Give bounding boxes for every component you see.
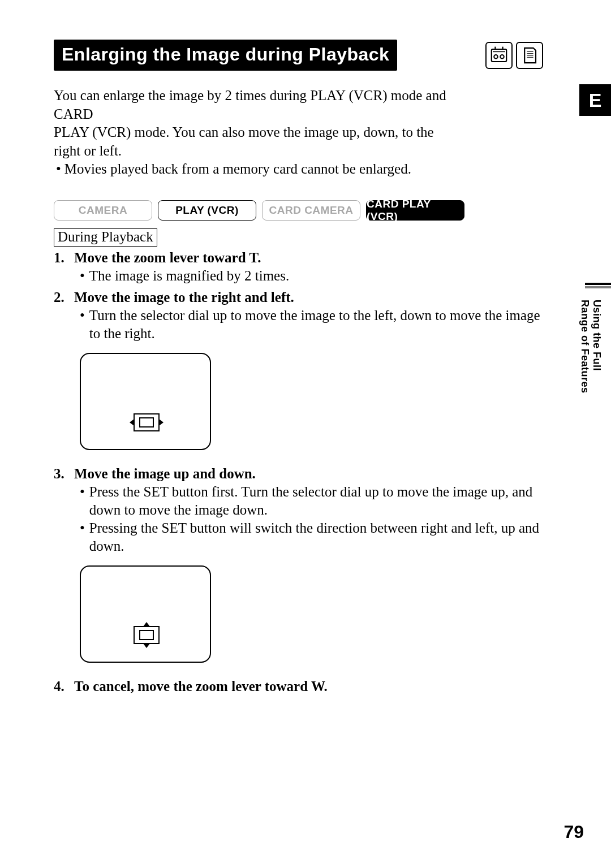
svg-marker-13 (130, 419, 134, 426)
svg-rect-0 (492, 49, 506, 62)
step-4-title: To cancel, move the zoom lever toward W. (74, 677, 328, 696)
rail-accent-lines (578, 283, 611, 291)
step-4: To cancel, move the zoom lever toward W. (54, 677, 543, 696)
svg-rect-15 (80, 566, 210, 662)
mode-play-vcr: PLAY (VCR) (158, 200, 256, 221)
step-3: Move the image up and down. Press the SE… (54, 465, 543, 667)
mode-card-camera: CARD CAMERA (262, 200, 360, 221)
step-1: Move the zoom lever toward T. The image … (54, 249, 543, 285)
steps-list: Move the zoom lever toward T. The image … (54, 249, 543, 696)
mode-card-play-vcr: CARD PLAY (VCR) (366, 200, 464, 221)
intro-paragraph: You can enlarge the image by 2 times dur… (54, 87, 461, 179)
svg-point-1 (494, 54, 498, 58)
mode-row: CAMERA PLAY (VCR) CARD CAMERA CARD PLAY … (54, 200, 543, 221)
svg-rect-11 (134, 414, 159, 431)
step-2: Move the image to the right and left. Tu… (54, 288, 543, 455)
tape-icon (485, 42, 513, 69)
step-2-title: Move the image to the right and left. (74, 288, 294, 306)
section-indicator: Using the Full Range of Features (579, 300, 603, 394)
title-bar: Enlarging the Image during Playback (54, 40, 543, 71)
svg-rect-10 (80, 353, 210, 450)
step-3-bullet-1: Press the SET button first. Turn the sel… (80, 483, 543, 519)
diagram-left-right (80, 353, 543, 455)
svg-rect-16 (134, 627, 159, 644)
step-1-bullet-1: The image is magnified by 2 times. (80, 267, 543, 285)
page-number: 79 (563, 822, 584, 843)
svg-rect-17 (140, 631, 153, 640)
step-1-title: Move the zoom lever toward T. (74, 249, 261, 267)
svg-marker-19 (143, 644, 150, 648)
mode-camera: CAMERA (54, 200, 152, 221)
title-icons (485, 42, 543, 69)
page-title: Enlarging the Image during Playback (54, 40, 397, 71)
during-playback-box: During Playback (54, 228, 157, 247)
step-3-title: Move the image up and down. (74, 465, 256, 483)
svg-marker-14 (159, 419, 163, 426)
step-3-bullet-2: Pressing the SET button will switch the … (80, 519, 543, 555)
language-tab: E (579, 84, 611, 116)
intro-line-1: You can enlarge the image by 2 times dur… (54, 87, 461, 123)
intro-line-2: PLAY (VCR) mode. You can also move the i… (54, 123, 461, 160)
diagram-up-down (80, 565, 543, 667)
svg-point-2 (500, 54, 504, 58)
step-2-bullet-1: Turn the selector dial up to move the im… (80, 306, 543, 343)
svg-rect-12 (140, 418, 153, 427)
memory-card-icon (516, 42, 543, 69)
svg-marker-18 (143, 622, 150, 627)
intro-bullet: • Movies played back from a memory card … (54, 160, 461, 179)
